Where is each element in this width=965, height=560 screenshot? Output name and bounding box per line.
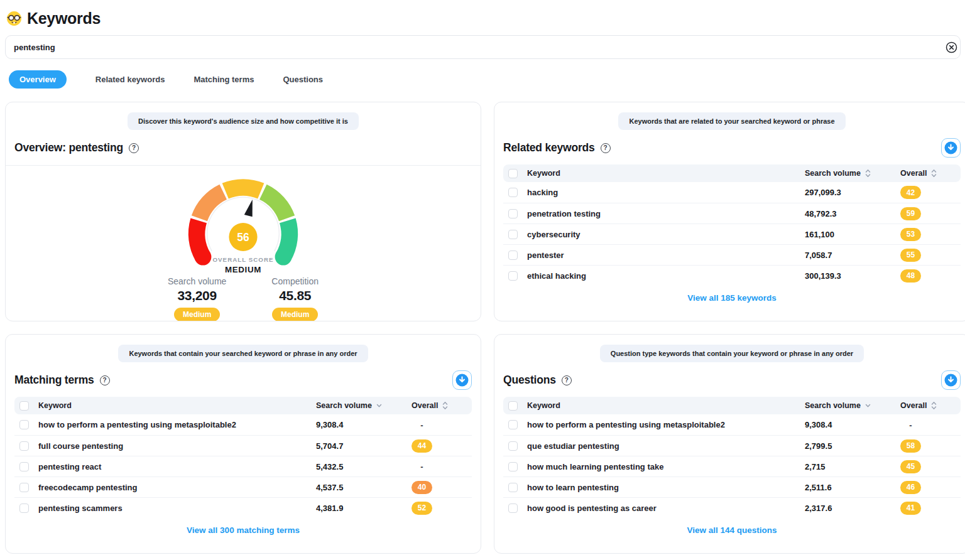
download-button[interactable] (452, 370, 472, 390)
column-keyword[interactable]: Keyword (38, 401, 316, 410)
column-keyword[interactable]: Keyword (527, 169, 805, 178)
row-checkbox[interactable] (19, 462, 29, 471)
keyword-cell[interactable]: how much learning pentesting take (527, 462, 805, 471)
questions-panel: Question type keywords that contain your… (494, 334, 965, 554)
column-overall[interactable]: Overall (900, 169, 956, 178)
table-row: hacking 297,099.3 42 (503, 182, 961, 203)
tab-overview[interactable]: Overview (9, 70, 67, 89)
row-checkbox[interactable] (19, 483, 29, 492)
download-icon (944, 141, 957, 154)
overall-cell: 44 (412, 439, 467, 453)
column-search-volume[interactable]: Search volume (805, 169, 900, 178)
table-row: freecodecamp pentesting 4,537.5 40 (14, 477, 472, 497)
download-button[interactable] (941, 138, 961, 158)
app-header: Keywords (5, 9, 965, 28)
overall-badge: 40 (412, 481, 432, 494)
column-search-volume[interactable]: Search volume (805, 401, 900, 410)
table-row: how to perform a pentesting using metasp… (14, 414, 472, 435)
help-icon[interactable]: ? (100, 375, 110, 385)
stat-value: 33,209 (168, 288, 226, 303)
keyword-cell[interactable]: how good is pentesting as career (527, 503, 805, 513)
sort-desc-icon (376, 404, 382, 408)
keyword-cell[interactable]: cybersecurity (527, 230, 805, 239)
row-checkbox[interactable] (508, 271, 518, 281)
keyword-cell[interactable]: how to learn pentesting (527, 483, 805, 492)
column-overall[interactable]: Overall (412, 401, 467, 410)
page: Keywords Overview Related keywords Match… (0, 0, 965, 554)
keyword-cell[interactable]: penetration testing (527, 209, 805, 218)
row-checkbox[interactable] (508, 209, 518, 218)
select-all-checkbox[interactable] (508, 169, 518, 178)
help-icon[interactable]: ? (129, 143, 139, 153)
search-input[interactable] (5, 35, 961, 59)
keyword-cell[interactable]: pentester (527, 250, 805, 260)
row-checkbox[interactable] (508, 503, 518, 513)
tab-matching-terms[interactable]: Matching terms (194, 75, 254, 84)
overall-badge: - (412, 421, 432, 430)
row-checkbox[interactable] (508, 420, 518, 429)
matching-terms-panel: Keywords that contain your searched keyw… (5, 334, 481, 554)
table-row: pentesting scammers 4,381.9 52 (14, 497, 472, 518)
sort-desc-icon (865, 404, 871, 408)
search-volume-cell: 2,317.6 (805, 503, 900, 513)
table-header: Keyword Search volume Overall (503, 164, 961, 182)
keyword-cell[interactable]: pentesting scammers (38, 503, 316, 513)
row-checkbox[interactable] (508, 188, 518, 197)
table-row: how much learning pentesting take 2,715 … (503, 456, 961, 477)
gauge-needle-icon (244, 198, 257, 217)
overall-badge: 58 (900, 439, 921, 453)
overall-cell: 45 (900, 460, 956, 473)
keyword-cell[interactable]: que estudiar pentesting (527, 441, 805, 451)
help-icon[interactable]: ? (562, 375, 572, 385)
row-checkbox[interactable] (508, 250, 518, 260)
table-row: how to learn pentesting 2,511.6 46 (503, 477, 961, 497)
row-checkbox[interactable] (19, 441, 29, 451)
row-checkbox[interactable] (508, 483, 518, 492)
related-panel-head: Related keywords ? (503, 138, 961, 158)
view-all-keywords-link[interactable]: View all 185 keywords (687, 293, 777, 303)
search-volume-stat: Search volume 33,209 Medium (168, 276, 226, 321)
download-button[interactable] (941, 370, 961, 390)
overall-badge: 48 (900, 269, 921, 283)
keyword-cell[interactable]: hacking (527, 188, 805, 197)
overall-cell: - (900, 419, 956, 431)
help-icon[interactable]: ? (601, 143, 611, 153)
panel-grid: Discover this keyword's audience size an… (5, 102, 965, 554)
keyword-cell[interactable]: ethical hacking (527, 271, 805, 281)
view-all-matching-terms-link[interactable]: View all 300 matching terms (187, 525, 300, 535)
tab-questions[interactable]: Questions (283, 75, 323, 84)
questions-panel-title: Questions (503, 374, 556, 387)
select-all-checkbox[interactable] (19, 401, 29, 411)
column-search-volume[interactable]: Search volume (316, 401, 412, 410)
overall-badge: 44 (412, 439, 432, 453)
clear-search-icon[interactable] (946, 41, 957, 53)
row-checkbox[interactable] (508, 230, 518, 239)
row-checkbox[interactable] (508, 441, 518, 451)
keyword-cell[interactable]: pentesting react (38, 462, 316, 471)
download-icon (455, 374, 469, 387)
column-overall[interactable]: Overall (900, 401, 956, 410)
overall-cell: 48 (900, 269, 956, 283)
sort-updown-icon (931, 169, 937, 178)
table-row: ethical hacking 300,139.3 48 (503, 265, 961, 286)
keyword-cell[interactable]: freecodecamp pentesting (38, 483, 316, 492)
row-checkbox[interactable] (19, 420, 29, 429)
tab-bar: Overview Related keywords Matching terms… (5, 70, 965, 88)
row-checkbox[interactable] (19, 503, 29, 513)
keyword-cell[interactable]: how to perform a pentesting using metasp… (527, 420, 805, 429)
tab-related-keywords[interactable]: Related keywords (95, 75, 165, 84)
table-header: Keyword Search volume Overall (503, 397, 961, 414)
row-checkbox[interactable] (508, 462, 518, 471)
keyword-cell[interactable]: how to perform a pentesting using metasp… (38, 420, 316, 429)
column-keyword[interactable]: Keyword (527, 401, 805, 410)
overall-cell: - (412, 461, 467, 472)
overall-cell: 42 (900, 186, 956, 199)
overall-badge: 53 (900, 228, 921, 241)
overview-panel-head: Overview: pentesting ? (14, 138, 472, 158)
keyword-cell[interactable]: full course pentesting (38, 441, 316, 451)
overall-score-value: 56 (237, 231, 249, 244)
status-badge: Medium (174, 308, 220, 321)
questions-tooltip: Question type keywords that contain your… (600, 345, 864, 362)
select-all-checkbox[interactable] (508, 401, 518, 411)
view-all-questions-link[interactable]: View all 144 questions (687, 525, 777, 535)
